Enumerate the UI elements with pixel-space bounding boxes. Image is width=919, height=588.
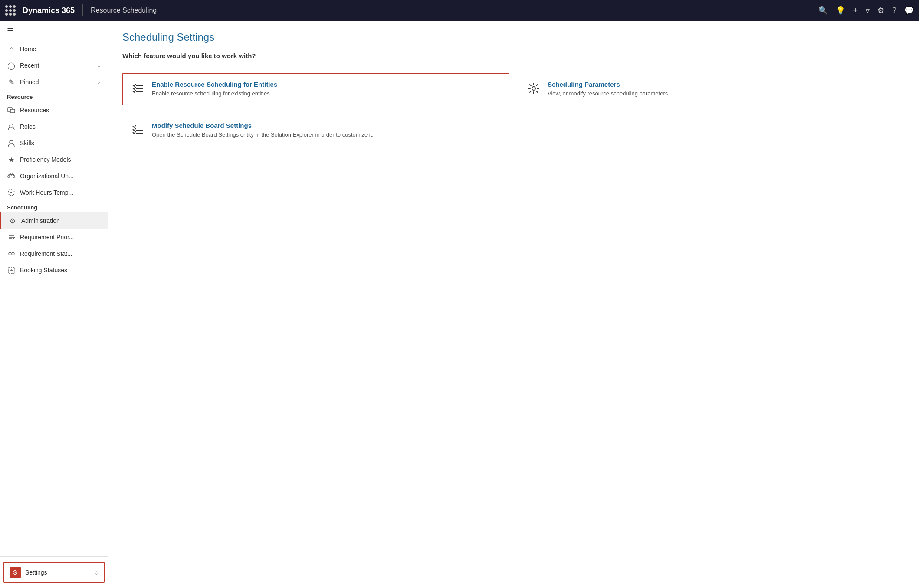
sidebar-item-req-priorities-label: Requirement Prior... (20, 234, 74, 241)
sidebar: ☰ ⌂ Home ◯ Recent ⌄ ✎ Pinned ⌄ Resource (0, 21, 108, 588)
checklist2-icon (130, 122, 146, 137)
feedback-icon[interactable]: 💬 (904, 6, 914, 15)
sidebar-item-pinned[interactable]: ✎ Pinned ⌄ (0, 74, 108, 90)
sidebar-item-req-statuses[interactable]: Requirement Stat... (0, 245, 108, 262)
chevron-down-icon: ⌄ (97, 62, 101, 69)
sidebar-item-booking-statuses-label: Booking Statuses (20, 267, 67, 274)
pin-icon: ✎ (7, 78, 16, 86)
nav-icons: 🔍 💡 + ▿ ⚙ ? 💬 (818, 6, 914, 15)
cards-grid: Enable Resource Scheduling for Entities … (122, 73, 905, 147)
sidebar-item-administration[interactable]: ⚙ Administration (0, 212, 108, 229)
work-hours-icon (7, 188, 16, 197)
sidebar-item-proficiency-label: Proficiency Models (20, 156, 71, 163)
settings-badge: S (10, 567, 21, 578)
svg-point-8 (10, 192, 12, 193)
filter-icon[interactable]: ▿ (866, 6, 870, 15)
chevron-down-icon: ⌄ (97, 79, 101, 85)
sidebar-item-resources[interactable]: Resources (0, 102, 108, 118)
nav-divider (82, 4, 83, 16)
sidebar-item-work-hours-label: Work Hours Temp... (20, 189, 73, 196)
scheduling-parameters-desc: View, or modify resource scheduling para… (548, 90, 670, 98)
svg-point-18 (532, 87, 535, 90)
page-title: Scheduling Settings (122, 31, 905, 43)
sidebar-item-roles-label: Roles (20, 123, 36, 130)
req-priorities-icon (7, 233, 16, 242)
sidebar-item-recent[interactable]: ◯ Recent ⌄ (0, 57, 108, 74)
scheduling-parameters-card[interactable]: Scheduling Parameters View, or modify re… (518, 73, 905, 105)
settings-icon[interactable]: ⚙ (877, 6, 884, 15)
svg-rect-4 (8, 176, 10, 177)
sidebar-item-skills[interactable]: Skills (0, 135, 108, 151)
svg-rect-6 (13, 176, 15, 177)
app-launcher-icon[interactable] (5, 5, 16, 16)
gear-large-icon (526, 81, 542, 96)
sidebar-item-home-label: Home (20, 46, 36, 52)
scheduling-section-label: Scheduling (0, 201, 108, 212)
enable-resource-scheduling-card[interactable]: Enable Resource Scheduling for Entities … (122, 73, 509, 105)
svg-point-13 (12, 252, 14, 255)
scheduling-parameters-title: Scheduling Parameters (548, 81, 670, 88)
section-question: Which feature would you like to work wit… (122, 52, 905, 64)
settings-label: Settings (25, 569, 47, 576)
enable-resource-scheduling-desc: Enable resource scheduling for existing … (152, 90, 277, 98)
lightbulb-icon[interactable]: 💡 (836, 6, 845, 15)
sidebar-item-booking-statuses[interactable]: Booking Statuses (0, 262, 108, 278)
sidebar-item-resources-label: Resources (20, 107, 49, 114)
sidebar-item-roles[interactable]: Roles (0, 118, 108, 135)
administration-icon: ⚙ (8, 216, 17, 225)
modify-schedule-board-title: Modify Schedule Board Settings (152, 122, 374, 129)
skills-icon (7, 139, 16, 147)
resources-icon (7, 106, 16, 114)
home-icon: ⌂ (7, 45, 16, 53)
top-navigation: Dynamics 365 Resource Scheduling 🔍 💡 + ▿… (0, 0, 919, 21)
add-icon[interactable]: + (853, 6, 858, 15)
settings-nav-item[interactable]: S Settings ◇ (3, 562, 105, 583)
module-name: Resource Scheduling (91, 7, 157, 14)
sidebar-item-org-units-label: Organizational Un... (20, 173, 74, 180)
hamburger-menu-icon[interactable]: ☰ (7, 26, 14, 36)
brand-name: Dynamics 365 (23, 6, 75, 15)
sidebar-item-proficiency[interactable]: ★ Proficiency Models (0, 151, 108, 168)
booking-statuses-icon (7, 266, 16, 274)
sidebar-item-req-priorities[interactable]: Requirement Prior... (0, 229, 108, 245)
recent-icon: ◯ (7, 61, 16, 70)
sidebar-item-home[interactable]: ⌂ Home (0, 41, 108, 57)
sidebar-item-recent-label: Recent (20, 62, 39, 69)
help-icon[interactable]: ? (892, 6, 896, 15)
main-content: Scheduling Settings Which feature would … (108, 21, 919, 588)
modify-schedule-board-card[interactable]: Modify Schedule Board Settings Open the … (122, 114, 509, 147)
resource-section-label: Resource (0, 90, 108, 102)
modify-schedule-board-desc: Open the Schedule Board Settings entity … (152, 131, 374, 139)
search-icon[interactable]: 🔍 (818, 6, 828, 15)
sidebar-item-skills-label: Skills (20, 140, 34, 147)
proficiency-icon: ★ (7, 155, 16, 164)
sidebar-header: ☰ (0, 21, 108, 41)
enable-resource-scheduling-title: Enable Resource Scheduling for Entities (152, 81, 277, 88)
svg-rect-1 (10, 109, 15, 113)
sidebar-item-pinned-label: Pinned (20, 78, 39, 85)
sidebar-item-org-units[interactable]: Organizational Un... (0, 168, 108, 184)
sidebar-item-administration-label: Administration (21, 217, 60, 224)
org-units-icon (7, 172, 16, 180)
sidebar-bottom: S Settings ◇ (0, 556, 108, 588)
req-statuses-icon (7, 249, 16, 258)
svg-point-12 (9, 252, 11, 255)
roles-icon (7, 122, 16, 131)
sidebar-item-work-hours[interactable]: Work Hours Temp... (0, 184, 108, 201)
checklist-icon (130, 81, 146, 96)
settings-chevron-icon: ◇ (95, 569, 98, 575)
sidebar-item-req-statuses-label: Requirement Stat... (20, 250, 72, 257)
